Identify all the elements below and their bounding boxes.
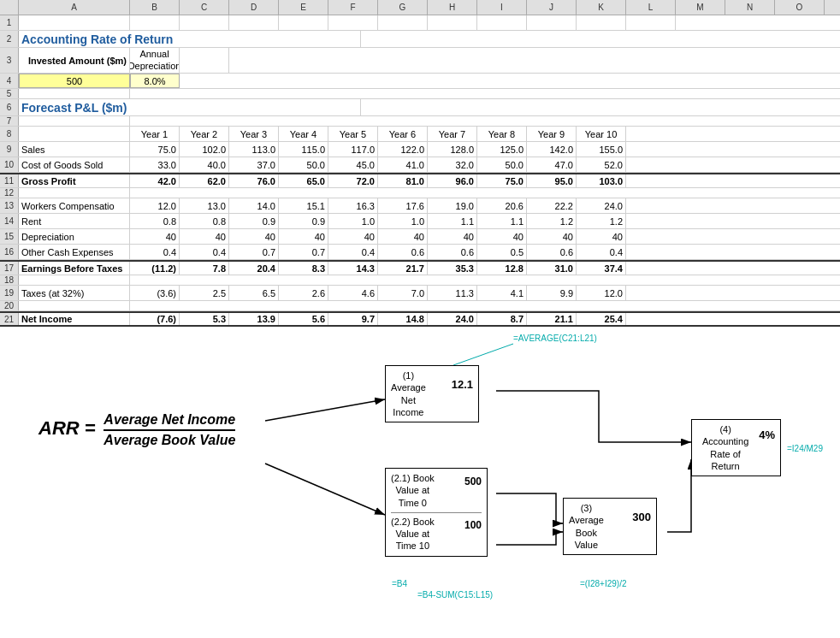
cell-8-year9: Year 9 (527, 127, 577, 141)
cell-8-year7: Year 7 (428, 127, 477, 141)
avg-net-income-label2: Average (391, 382, 426, 393)
col-header-i: I (477, 0, 527, 15)
cell-17-d: 7.8 (180, 262, 229, 275)
arr-formula: ARR = Average Net Income Average Book Va… (38, 412, 235, 448)
row-num-13: 13 (0, 198, 19, 213)
cell-9-e: 113.0 (229, 142, 279, 157)
row-num-8: 8 (0, 127, 19, 141)
row-1: 1 (0, 15, 840, 31)
cell-8-year1: Year 1 (130, 127, 180, 141)
avg-net-income-label3: Net (401, 395, 416, 405)
row-num-14: 14 (0, 214, 19, 228)
cell-17-h: 21.7 (378, 262, 428, 275)
col-header-m: M (676, 0, 725, 15)
cell-19-k: 9.9 (527, 286, 577, 300)
avg-book-label2: Average (569, 515, 604, 525)
cell-4-depreciation[interactable]: 8.0% (130, 74, 180, 88)
b4-formula-annotation: =B4 (392, 579, 407, 588)
cell-8-year10: Year 10 (577, 127, 626, 141)
row-16: 16 Other Cash Expenses 0.4 0.4 0.7 0.7 0… (0, 245, 840, 260)
row-13: 13 Workers Compensatio 12.0 13.0 14.0 15… (0, 198, 840, 214)
cell-8-year6: Year 6 (378, 127, 428, 141)
cell-8-year8: Year 8 (477, 127, 527, 141)
col-header-rownum (0, 0, 19, 15)
column-headers: A B C D E F G H I J K L M N O (0, 0, 840, 15)
cell-13-e: 14.0 (229, 198, 279, 213)
col-header-n: N (725, 0, 775, 15)
cell-14-f: 0.9 (279, 214, 328, 228)
cell-1-i (428, 15, 477, 30)
cell-13-b: Workers Compensatio (19, 198, 130, 213)
cell-11-k: 95.0 (527, 174, 577, 187)
cell-19-l: 12.0 (577, 286, 626, 300)
cell-15-h: 40 (378, 229, 428, 244)
col-header-a: A (19, 0, 130, 15)
cell-11-b: Gross Profit (19, 174, 130, 187)
spreadsheet: A B C D E F G H I J K L M N O 1 (0, 0, 840, 609)
cell-8-year4: Year 4 (279, 127, 328, 141)
row-num-1: 1 (0, 15, 19, 30)
cell-1-m (626, 15, 676, 30)
cell-4-invested[interactable]: 500 (19, 74, 130, 88)
cell-1-e (229, 15, 279, 30)
cell-19-d: 2.5 (180, 286, 229, 300)
cell-10-g: 45.0 (328, 157, 378, 172)
cell-9-g: 117.0 (328, 142, 378, 157)
cell-15-j: 40 (477, 229, 527, 244)
cell-1-b (19, 15, 130, 30)
row-num-6: 6 (0, 99, 19, 115)
row-17: 17 Earnings Before Taxes (11.2) 7.8 20.4… (0, 260, 840, 275)
cell-19-f: 2.6 (279, 286, 328, 300)
cell-17-k: 31.0 (527, 262, 577, 275)
cell-5-b (19, 89, 130, 98)
arr-result-value: 4% (754, 423, 775, 441)
cell-15-d: 40 (180, 229, 229, 244)
cell-18-b (19, 275, 130, 285)
cell-20-b (19, 301, 130, 310)
row-num-20: 20 (0, 301, 19, 310)
col-header-j: J (527, 0, 577, 15)
avg-net-income-label4: Income (393, 407, 423, 417)
row-num-21: 21 (0, 313, 19, 325)
cell-16-f: 0.7 (279, 245, 328, 259)
cell-17-c: (11.2) (130, 262, 180, 275)
cell-13-k: 22.2 (527, 198, 577, 213)
col-header-h: H (428, 0, 477, 15)
arr-result-box: (4) Accounting Rate of Return 4% (691, 419, 781, 476)
cell-9-k: 142.0 (527, 142, 577, 157)
cell-12-b (19, 188, 130, 198)
cell-11-g: 72.0 (328, 174, 378, 187)
row-num-11: 11 (0, 174, 19, 187)
cell-14-d: 0.8 (180, 214, 229, 228)
avg-book-value: 300 (625, 502, 651, 523)
row-num-12: 12 (0, 188, 19, 198)
cell-14-i: 1.1 (428, 214, 477, 228)
cell-19-b: Taxes (at 32%) (19, 286, 130, 300)
cell-19-c: (3.6) (130, 286, 180, 300)
cell-14-b: Rent (19, 214, 130, 228)
book-value-box: (2.1) BookValue atTime 0 500 (2.2) BookV… (385, 468, 488, 557)
cell-21-b: Net Income (19, 313, 130, 325)
row-num-17: 17 (0, 262, 19, 275)
cell-13-d: 13.0 (180, 198, 229, 213)
row-num-7: 7 (0, 116, 19, 126)
cell-14-k: 1.2 (527, 214, 577, 228)
row-19: 19 Taxes (at 32%) (3.6) 2.5 6.5 2.6 4.6 … (0, 286, 840, 301)
arr-result-formula-annotation: =I24/M29 (787, 444, 823, 453)
cell-16-k: 0.6 (527, 245, 577, 259)
row-21: 21 Net Income (7.6) 5.3 13.9 5.6 9.7 14.… (0, 311, 840, 327)
col-header-e: E (279, 0, 328, 15)
cell-19-i: 11.3 (428, 286, 477, 300)
cell-19-e: 6.5 (229, 286, 279, 300)
cell-10-d: 40.0 (180, 157, 229, 172)
cell-21-d: 5.3 (180, 313, 229, 325)
cell-19-j: 4.1 (477, 286, 527, 300)
bv-t0-value: 500 (459, 472, 482, 487)
col-header-f: F (328, 0, 378, 15)
row-5: 5 (0, 89, 840, 99)
avg-book-label3: Book (576, 528, 597, 538)
cell-9-h: 122.0 (378, 142, 428, 157)
cell-17-l: 37.4 (577, 262, 626, 275)
cell-13-f: 15.1 (279, 198, 328, 213)
avg-net-income-box: (1) Average Net Income 12.1 (385, 365, 479, 422)
